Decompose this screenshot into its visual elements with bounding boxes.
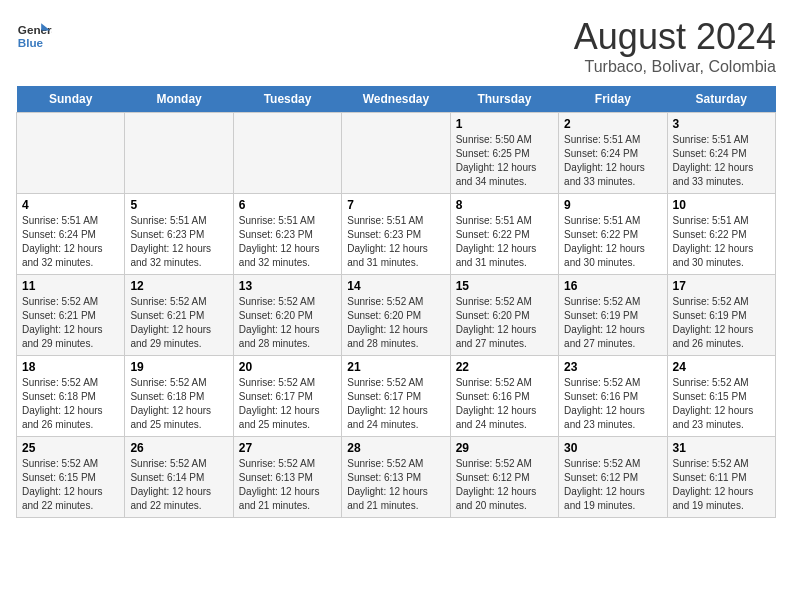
day-number: 7 (347, 198, 444, 212)
day-number: 15 (456, 279, 553, 293)
day-info: Sunrise: 5:51 AM Sunset: 6:22 PM Dayligh… (564, 214, 661, 270)
calendar-cell: 20Sunrise: 5:52 AM Sunset: 6:17 PM Dayli… (233, 356, 341, 437)
calendar-cell: 5Sunrise: 5:51 AM Sunset: 6:23 PM Daylig… (125, 194, 233, 275)
day-info: Sunrise: 5:51 AM Sunset: 6:23 PM Dayligh… (347, 214, 444, 270)
day-info: Sunrise: 5:52 AM Sunset: 6:19 PM Dayligh… (564, 295, 661, 351)
calendar-cell: 2Sunrise: 5:51 AM Sunset: 6:24 PM Daylig… (559, 113, 667, 194)
day-number: 23 (564, 360, 661, 374)
day-number: 24 (673, 360, 770, 374)
week-row-5: 25Sunrise: 5:52 AM Sunset: 6:15 PM Dayli… (17, 437, 776, 518)
day-number: 9 (564, 198, 661, 212)
day-number: 13 (239, 279, 336, 293)
calendar-cell: 7Sunrise: 5:51 AM Sunset: 6:23 PM Daylig… (342, 194, 450, 275)
week-row-1: 1Sunrise: 5:50 AM Sunset: 6:25 PM Daylig… (17, 113, 776, 194)
weekday-header-monday: Monday (125, 86, 233, 113)
week-row-2: 4Sunrise: 5:51 AM Sunset: 6:24 PM Daylig… (17, 194, 776, 275)
calendar-cell: 11Sunrise: 5:52 AM Sunset: 6:21 PM Dayli… (17, 275, 125, 356)
calendar-table: SundayMondayTuesdayWednesdayThursdayFrid… (16, 86, 776, 518)
calendar-cell: 4Sunrise: 5:51 AM Sunset: 6:24 PM Daylig… (17, 194, 125, 275)
day-info: Sunrise: 5:52 AM Sunset: 6:15 PM Dayligh… (22, 457, 119, 513)
weekday-header-thursday: Thursday (450, 86, 558, 113)
weekday-header-friday: Friday (559, 86, 667, 113)
week-row-4: 18Sunrise: 5:52 AM Sunset: 6:18 PM Dayli… (17, 356, 776, 437)
calendar-cell (233, 113, 341, 194)
calendar-cell (342, 113, 450, 194)
weekday-header-sunday: Sunday (17, 86, 125, 113)
day-info: Sunrise: 5:52 AM Sunset: 6:20 PM Dayligh… (456, 295, 553, 351)
logo: General Blue (16, 16, 56, 52)
day-info: Sunrise: 5:51 AM Sunset: 6:22 PM Dayligh… (673, 214, 770, 270)
calendar-cell: 1Sunrise: 5:50 AM Sunset: 6:25 PM Daylig… (450, 113, 558, 194)
weekday-header-tuesday: Tuesday (233, 86, 341, 113)
day-number: 4 (22, 198, 119, 212)
day-number: 3 (673, 117, 770, 131)
month-title: August 2024 (574, 16, 776, 58)
day-info: Sunrise: 5:52 AM Sunset: 6:13 PM Dayligh… (347, 457, 444, 513)
calendar-cell: 10Sunrise: 5:51 AM Sunset: 6:22 PM Dayli… (667, 194, 775, 275)
day-number: 6 (239, 198, 336, 212)
calendar-cell: 15Sunrise: 5:52 AM Sunset: 6:20 PM Dayli… (450, 275, 558, 356)
calendar-cell: 6Sunrise: 5:51 AM Sunset: 6:23 PM Daylig… (233, 194, 341, 275)
calendar-cell: 28Sunrise: 5:52 AM Sunset: 6:13 PM Dayli… (342, 437, 450, 518)
day-info: Sunrise: 5:52 AM Sunset: 6:16 PM Dayligh… (564, 376, 661, 432)
day-number: 26 (130, 441, 227, 455)
calendar-cell: 30Sunrise: 5:52 AM Sunset: 6:12 PM Dayli… (559, 437, 667, 518)
calendar-cell: 12Sunrise: 5:52 AM Sunset: 6:21 PM Dayli… (125, 275, 233, 356)
page-header: General Blue August 2024 Turbaco, Boliva… (16, 16, 776, 76)
day-number: 22 (456, 360, 553, 374)
day-number: 12 (130, 279, 227, 293)
calendar-cell (125, 113, 233, 194)
calendar-cell: 16Sunrise: 5:52 AM Sunset: 6:19 PM Dayli… (559, 275, 667, 356)
day-number: 1 (456, 117, 553, 131)
day-info: Sunrise: 5:51 AM Sunset: 6:24 PM Dayligh… (564, 133, 661, 189)
day-number: 21 (347, 360, 444, 374)
svg-text:Blue: Blue (18, 36, 44, 49)
day-info: Sunrise: 5:52 AM Sunset: 6:20 PM Dayligh… (239, 295, 336, 351)
day-info: Sunrise: 5:52 AM Sunset: 6:15 PM Dayligh… (673, 376, 770, 432)
logo-icon: General Blue (16, 16, 52, 52)
day-info: Sunrise: 5:52 AM Sunset: 6:11 PM Dayligh… (673, 457, 770, 513)
calendar-cell: 24Sunrise: 5:52 AM Sunset: 6:15 PM Dayli… (667, 356, 775, 437)
week-row-3: 11Sunrise: 5:52 AM Sunset: 6:21 PM Dayli… (17, 275, 776, 356)
calendar-cell: 27Sunrise: 5:52 AM Sunset: 6:13 PM Dayli… (233, 437, 341, 518)
day-info: Sunrise: 5:51 AM Sunset: 6:24 PM Dayligh… (673, 133, 770, 189)
calendar-cell (17, 113, 125, 194)
weekday-header-saturday: Saturday (667, 86, 775, 113)
calendar-cell: 3Sunrise: 5:51 AM Sunset: 6:24 PM Daylig… (667, 113, 775, 194)
day-info: Sunrise: 5:52 AM Sunset: 6:17 PM Dayligh… (347, 376, 444, 432)
day-number: 10 (673, 198, 770, 212)
calendar-cell: 31Sunrise: 5:52 AM Sunset: 6:11 PM Dayli… (667, 437, 775, 518)
day-info: Sunrise: 5:50 AM Sunset: 6:25 PM Dayligh… (456, 133, 553, 189)
calendar-cell: 8Sunrise: 5:51 AM Sunset: 6:22 PM Daylig… (450, 194, 558, 275)
day-number: 20 (239, 360, 336, 374)
calendar-cell: 29Sunrise: 5:52 AM Sunset: 6:12 PM Dayli… (450, 437, 558, 518)
day-number: 28 (347, 441, 444, 455)
day-info: Sunrise: 5:52 AM Sunset: 6:20 PM Dayligh… (347, 295, 444, 351)
day-number: 29 (456, 441, 553, 455)
calendar-cell: 26Sunrise: 5:52 AM Sunset: 6:14 PM Dayli… (125, 437, 233, 518)
day-info: Sunrise: 5:52 AM Sunset: 6:12 PM Dayligh… (456, 457, 553, 513)
calendar-body: 1Sunrise: 5:50 AM Sunset: 6:25 PM Daylig… (17, 113, 776, 518)
day-info: Sunrise: 5:52 AM Sunset: 6:17 PM Dayligh… (239, 376, 336, 432)
day-number: 5 (130, 198, 227, 212)
calendar-cell: 25Sunrise: 5:52 AM Sunset: 6:15 PM Dayli… (17, 437, 125, 518)
day-number: 11 (22, 279, 119, 293)
day-number: 17 (673, 279, 770, 293)
day-info: Sunrise: 5:52 AM Sunset: 6:12 PM Dayligh… (564, 457, 661, 513)
calendar-cell: 19Sunrise: 5:52 AM Sunset: 6:18 PM Dayli… (125, 356, 233, 437)
day-info: Sunrise: 5:52 AM Sunset: 6:14 PM Dayligh… (130, 457, 227, 513)
title-block: August 2024 Turbaco, Bolivar, Colombia (574, 16, 776, 76)
day-info: Sunrise: 5:51 AM Sunset: 6:23 PM Dayligh… (239, 214, 336, 270)
day-info: Sunrise: 5:51 AM Sunset: 6:24 PM Dayligh… (22, 214, 119, 270)
weekday-header-wednesday: Wednesday (342, 86, 450, 113)
location-subtitle: Turbaco, Bolivar, Colombia (574, 58, 776, 76)
day-info: Sunrise: 5:52 AM Sunset: 6:18 PM Dayligh… (22, 376, 119, 432)
calendar-cell: 18Sunrise: 5:52 AM Sunset: 6:18 PM Dayli… (17, 356, 125, 437)
calendar-cell: 22Sunrise: 5:52 AM Sunset: 6:16 PM Dayli… (450, 356, 558, 437)
day-info: Sunrise: 5:52 AM Sunset: 6:13 PM Dayligh… (239, 457, 336, 513)
day-info: Sunrise: 5:52 AM Sunset: 6:21 PM Dayligh… (130, 295, 227, 351)
calendar-cell: 17Sunrise: 5:52 AM Sunset: 6:19 PM Dayli… (667, 275, 775, 356)
day-number: 2 (564, 117, 661, 131)
day-info: Sunrise: 5:52 AM Sunset: 6:18 PM Dayligh… (130, 376, 227, 432)
day-number: 31 (673, 441, 770, 455)
